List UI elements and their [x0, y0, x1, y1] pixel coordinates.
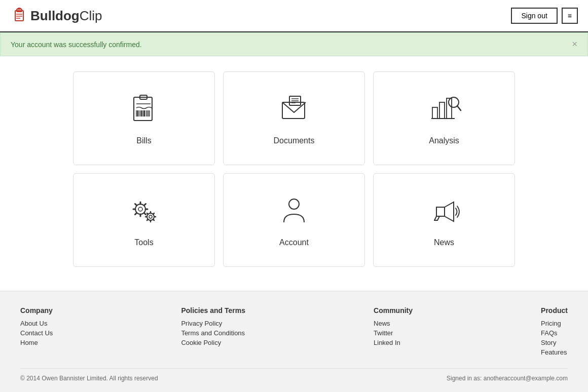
svg-rect-22 — [432, 107, 437, 119]
footer-link-contact[interactable]: Contact Us — [20, 329, 53, 337]
footer-link-linkedin[interactable]: Linked In — [374, 339, 413, 346]
bills-icon — [126, 91, 162, 128]
documents-label: Documents — [274, 136, 315, 145]
footer-link-story[interactable]: Story — [541, 339, 568, 346]
analysis-label: Analysis — [429, 136, 459, 145]
footer-link-faqs[interactable]: FAQs — [541, 329, 568, 337]
footer-link-home[interactable]: Home — [20, 339, 53, 346]
footer-link-twitter[interactable]: Twitter — [374, 329, 413, 337]
navigation-grid: Bills Documents — [73, 66, 515, 272]
copyright-text: © 2014 Owen Bannister Limited. All right… — [20, 375, 158, 382]
signed-in-text: Signed in as: anotheraccount@example.com — [447, 375, 568, 382]
news-icon — [426, 193, 462, 230]
svg-line-51 — [437, 216, 439, 220]
bulldog-clip-icon — [10, 7, 28, 25]
svg-line-37 — [135, 213, 137, 215]
logo: BulldogClip — [10, 7, 102, 25]
tools-label: Tools — [134, 238, 153, 247]
footer-company-heading: Company — [20, 306, 53, 315]
footer-link-terms[interactable]: Terms and Conditions — [181, 329, 245, 337]
account-icon — [276, 193, 312, 230]
footer-link-features[interactable]: Features — [541, 348, 568, 356]
svg-line-47 — [147, 219, 148, 220]
svg-line-44 — [147, 213, 148, 214]
svg-line-27 — [457, 106, 461, 110]
bills-card[interactable]: Bills — [73, 71, 215, 165]
footer-community-heading: Community — [374, 306, 413, 315]
main-content: Bills Documents — [0, 56, 588, 291]
footer-col-policies: Policies and Terms Privacy Policy Terms … — [181, 306, 245, 358]
documents-icon — [276, 91, 312, 128]
footer-link-pricing[interactable]: Pricing — [541, 320, 568, 327]
alert-close-button[interactable]: × — [572, 39, 577, 50]
footer-product-heading: Product — [541, 306, 568, 315]
svg-line-50 — [434, 216, 436, 220]
svg-line-45 — [153, 219, 154, 220]
analysis-icon — [426, 91, 462, 128]
sign-out-button[interactable]: Sign out — [511, 8, 557, 24]
header-actions: Sign out ≡ — [511, 8, 578, 24]
footer-col-company: Company About Us Contact Us Home — [20, 306, 53, 358]
header: BulldogClip Sign out ≡ — [0, 0, 588, 32]
svg-line-35 — [144, 213, 146, 215]
footer-link-news[interactable]: News — [374, 320, 413, 327]
analysis-card[interactable]: Analysis — [373, 71, 515, 165]
footer-col-product: Product Pricing FAQs Story Features — [541, 306, 568, 358]
footer-link-cookie[interactable]: Cookie Policy — [181, 339, 245, 346]
footer-link-about[interactable]: About Us — [20, 320, 53, 327]
footer: Company About Us Contact Us Home Policie… — [0, 291, 588, 392]
account-label: Account — [279, 238, 309, 247]
menu-button[interactable]: ≡ — [562, 8, 578, 24]
bills-label: Bills — [136, 136, 151, 145]
tools-icon — [126, 193, 162, 230]
footer-columns: Company About Us Contact Us Home Policie… — [20, 306, 568, 358]
svg-rect-23 — [439, 102, 445, 119]
svg-line-36 — [144, 204, 146, 206]
logo-text: BulldogClip — [30, 8, 102, 24]
footer-policies-heading: Policies and Terms — [181, 306, 245, 315]
svg-line-34 — [135, 204, 137, 206]
alert-message: Your account was successfully confirmed. — [11, 41, 142, 49]
footer-link-privacy[interactable]: Privacy Policy — [181, 320, 245, 327]
news-label: News — [434, 238, 454, 247]
svg-marker-49 — [436, 207, 445, 216]
account-card[interactable]: Account — [223, 173, 365, 267]
documents-card[interactable]: Documents — [223, 71, 365, 165]
svg-point-39 — [149, 215, 152, 218]
footer-col-community: Community News Twitter Linked In — [374, 306, 413, 358]
footer-bottom: © 2014 Owen Bannister Limited. All right… — [20, 368, 568, 382]
tools-card[interactable]: Tools — [73, 173, 215, 267]
news-card[interactable]: News — [373, 173, 515, 267]
svg-point-48 — [289, 199, 299, 209]
alert-banner: Your account was successfully confirmed.… — [0, 32, 588, 56]
svg-point-29 — [138, 207, 142, 211]
svg-line-46 — [153, 213, 154, 214]
